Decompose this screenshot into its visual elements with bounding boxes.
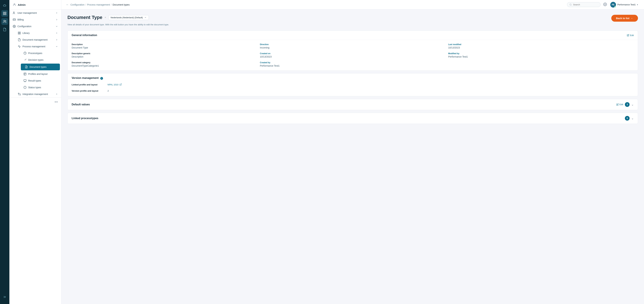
sidebar-group-configuration: Configuration Library Document managemen… [10, 23, 61, 98]
sidebar-item-document-management[interactable]: Document management [14, 36, 61, 43]
svg-rect-12 [20, 32, 20, 33]
lang-chevron-icon [144, 16, 146, 18]
info-desc-generic: Description generic Description [72, 52, 257, 58]
created-by-label: Created by [260, 62, 446, 64]
sidebar: Admin User management Billing Configurat… [10, 0, 62, 304]
back-arrow-icon: ← [631, 17, 633, 20]
page-title: Document Type [68, 15, 102, 20]
sidebar-sub-process: Processtypes Decision types Document typ… [14, 50, 61, 91]
pencil-icon-default [616, 103, 619, 106]
default-values-controls: Edit 3 ⌄ [616, 102, 634, 107]
svg-point-32 [604, 4, 606, 5]
sidebar-item-processtypes[interactable]: Processtypes [20, 50, 61, 56]
svg-rect-2 [3, 14, 4, 15]
library-label: Library [22, 32, 30, 34]
search-input[interactable] [573, 3, 598, 6]
desc-generic-value: Description [72, 55, 257, 58]
sidebar-item-profiles-layout[interactable]: Profiles and layout [20, 71, 61, 77]
svg-point-5 [5, 21, 6, 22]
back-to-list-label: Back to list [616, 17, 630, 20]
sidebar-item-process-management[interactable]: Process management [14, 43, 61, 50]
version-profile-value: 2 [108, 89, 634, 93]
svg-rect-8 [13, 19, 16, 21]
sidebar-item-status-types[interactable]: Status types [20, 84, 61, 91]
version-grid: Linked profile and layout NPAL 1010 Vers… [72, 83, 634, 93]
main-area: ← Configuration / Process management / D… [62, 0, 644, 304]
breadcrumb-config[interactable]: Configuration [70, 3, 84, 6]
svg-point-30 [570, 4, 571, 5]
created-by-value: Performance Test1 [260, 64, 446, 67]
pencil-icon [627, 34, 629, 36]
info-doc-category: Document category DocumentTypeCategorie1 [72, 62, 257, 67]
user-menu-button[interactable]: PE Performance Test1 ▾ [609, 1, 639, 8]
sidebar-collapse-btn[interactable]: «« [54, 100, 58, 104]
default-values-edit-button[interactable]: Edit [616, 103, 623, 106]
version-management-card: Version management i Linked profile and … [68, 73, 638, 96]
user-chevron-icon: ▾ [637, 4, 638, 6]
sidebar-item-user-management[interactable]: User management [10, 10, 61, 16]
modified-by-label: Modified by [448, 52, 634, 55]
general-info-title: General information [72, 34, 97, 37]
search-box[interactable] [567, 2, 600, 7]
title-dot: • [105, 15, 106, 20]
sidebar-item-document-types[interactable]: Document types [21, 64, 60, 70]
svg-point-28 [18, 93, 19, 94]
default-values-expand-icon[interactable]: ⌄ [631, 103, 634, 106]
sidebar-item-library[interactable]: Library [14, 30, 61, 36]
doc-category-value: DocumentTypeCategorie1 [72, 64, 257, 67]
breadcrumb-sep1: / [86, 3, 86, 6]
version-info-icon[interactable]: i [100, 77, 103, 80]
default-values-header[interactable]: Default values Edit 3 ⌄ [68, 99, 638, 110]
integration-management-label: Integration management [22, 93, 48, 96]
status-dot [614, 6, 616, 8]
breadcrumb-back-arrow[interactable]: ← [66, 3, 69, 6]
documents-icon[interactable] [1, 26, 8, 33]
document-types-label: Document types [30, 66, 46, 68]
svg-rect-18 [24, 73, 26, 75]
page-title-area: Document Type • Nederlands (Nederland) (… [68, 15, 149, 20]
last-modified-label: Last modified [448, 43, 634, 46]
info-grid: Description Document Type Direction Inco… [72, 43, 634, 67]
icon-bar [0, 0, 10, 304]
avatar: PE [610, 2, 616, 8]
svg-point-27 [20, 94, 20, 95]
version-mgmt-body: Linked profile and layout NPAL 1010 Vers… [68, 83, 638, 96]
settings-button[interactable] [603, 2, 607, 7]
linked-processtypes-title: Linked processtypes [72, 117, 98, 120]
default-values-edit-label: Edit [620, 103, 623, 106]
linked-processtypes-expand-icon[interactable]: ⌄ [631, 116, 634, 120]
default-values-title: Default values [72, 103, 90, 106]
breadcrumb-process[interactable]: Process management [87, 3, 110, 6]
general-info-edit-button[interactable]: Edit [627, 34, 634, 36]
npal-link[interactable]: NPAL 1010 [108, 84, 118, 86]
collapse-icon[interactable] [1, 294, 8, 300]
external-link-icon[interactable] [120, 84, 122, 86]
info-created-by: Created by Performance Test1 [260, 62, 446, 67]
dashboard-icon[interactable] [1, 10, 8, 17]
svg-rect-0 [3, 12, 4, 13]
info-last-modified: Last modified 10/13/2023 [448, 43, 634, 49]
language-selector[interactable]: Nederlands (Nederland) (Default) [108, 15, 149, 20]
sidebar-item-result-types[interactable]: Result types [20, 77, 61, 84]
breadcrumb-current: Document types [112, 3, 130, 6]
sidebar-item-configuration[interactable]: Configuration [10, 23, 61, 30]
decision-types-label: Decision types [28, 58, 44, 61]
sidebar-group-billing: Billing [10, 16, 61, 23]
sidebar-item-decision-types[interactable]: Decision types [20, 56, 61, 63]
cloud-icon[interactable] [1, 2, 8, 9]
page-subtitle: View all details of your document type. … [68, 23, 638, 26]
direction-label: Direction [260, 43, 446, 46]
svg-rect-11 [18, 32, 19, 33]
svg-point-10 [14, 26, 15, 27]
users-icon[interactable] [1, 18, 8, 25]
created-on-label: Created on [260, 52, 446, 55]
linked-processtypes-count: 0 [625, 116, 630, 121]
back-to-list-button[interactable]: Back to list ← [611, 15, 638, 22]
sidebar-item-integration-management[interactable]: Integration management [14, 91, 61, 98]
svg-line-31 [571, 5, 571, 5]
version-profile-label: Version profile and layout [72, 89, 105, 93]
linked-processtypes-header[interactable]: Linked processtypes 0 ⌄ [68, 113, 638, 124]
billing-label: Billing [18, 18, 24, 21]
sidebar-footer: «« [10, 98, 61, 106]
sidebar-item-billing[interactable]: Billing [10, 16, 61, 23]
